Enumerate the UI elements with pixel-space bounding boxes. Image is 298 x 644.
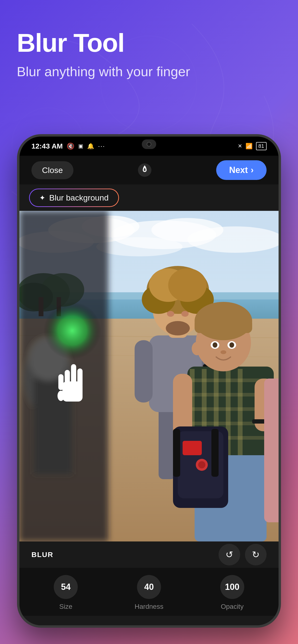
opacity-value: 100 (220, 575, 244, 599)
svg-point-38 (181, 311, 189, 317)
close-button[interactable]: Close (32, 161, 73, 179)
svg-rect-79 (71, 364, 76, 386)
phone-mockup: 12:43 AM 🔇 ▣ 🔔 ··· ✕ 📶 81 Close (17, 134, 281, 628)
svg-point-36 (168, 268, 207, 302)
opacity-label: Opacity (221, 603, 244, 610)
next-button[interactable]: Next › (216, 160, 266, 180)
undo-redo-group: ↺ ↻ (219, 544, 266, 566)
svg-point-62 (229, 342, 234, 348)
scene-image (20, 211, 278, 542)
blur-bg-label: Blur background (49, 193, 109, 202)
next-chevron-icon: › (251, 165, 254, 175)
hardness-slider[interactable]: 40 Hardness (107, 575, 191, 610)
wifi-icon: 📶 (245, 143, 253, 150)
svg-rect-69 (183, 441, 202, 455)
hardness-label: Hardness (135, 603, 163, 610)
status-right: ✕ 📶 81 (238, 142, 266, 150)
top-action-bar: Close Next › (20, 156, 278, 184)
svg-rect-72 (264, 378, 278, 522)
screenshot-icon: ▣ (78, 143, 83, 149)
blur-bg-button[interactable]: ✦ Blur background (30, 189, 118, 206)
blur-bg-button-wrapper[interactable]: ✦ Blur background (29, 188, 119, 207)
bottom-tool-bar: BLUR ↺ ↻ (20, 542, 278, 568)
page-title: Blur Tool (17, 29, 281, 57)
size-slider[interactable]: 54 Size (24, 575, 107, 610)
sparkle-icon: ✦ (39, 194, 45, 202)
svg-rect-81 (65, 370, 70, 387)
svg-rect-27 (135, 340, 153, 402)
svg-rect-58 (195, 319, 252, 333)
camera-notch (142, 140, 156, 149)
size-value: 54 (54, 575, 78, 599)
page-subtitle: Blur anything with your finger (17, 63, 281, 80)
redo-button[interactable]: ↻ (245, 544, 266, 566)
svg-point-60 (213, 342, 217, 348)
svg-rect-80 (77, 368, 83, 387)
status-left: 12:43 AM 🔇 ▣ 🔔 ··· (32, 142, 105, 150)
undo-button[interactable]: ↺ (219, 544, 240, 566)
sliders-bar: 54 Size 40 Hardness 100 Opacity (20, 568, 278, 616)
svg-point-39 (166, 321, 190, 336)
svg-point-83 (58, 390, 65, 401)
theme-icon[interactable] (136, 162, 153, 179)
svg-point-71 (198, 461, 205, 468)
phone-frame: 12:43 AM 🔇 ▣ 🔔 ··· ✕ 📶 81 Close (17, 134, 281, 628)
svg-rect-24 (159, 407, 175, 479)
hardness-value: 40 (137, 575, 161, 599)
svg-point-77 (43, 302, 101, 360)
photo-canvas[interactable] (20, 211, 278, 542)
svg-rect-68 (211, 429, 219, 477)
svg-point-37 (167, 311, 174, 317)
blur-label: BLUR (32, 550, 53, 559)
svg-point-64 (192, 342, 202, 355)
svg-point-13 (96, 237, 183, 256)
size-label: Size (59, 603, 72, 610)
mute-icon: 🔇 (67, 142, 74, 150)
notification-icon: 🔔 (87, 143, 94, 150)
tool-bar: ✦ Blur background (20, 184, 278, 211)
status-bar: 12:43 AM 🔇 ▣ 🔔 ··· ✕ 📶 81 (20, 136, 278, 156)
camera-lens (146, 142, 152, 146)
next-label: Next (229, 165, 248, 175)
battery-icon: 81 (256, 142, 266, 150)
status-dots: ··· (98, 142, 105, 150)
svg-point-63 (221, 350, 226, 354)
x-icon: ✕ (238, 143, 242, 149)
opacity-slider[interactable]: 100 Opacity (191, 575, 274, 610)
droplet-icon (137, 163, 152, 177)
svg-rect-82 (58, 374, 64, 390)
status-time: 12:43 AM (32, 142, 63, 150)
svg-rect-67 (173, 429, 180, 477)
